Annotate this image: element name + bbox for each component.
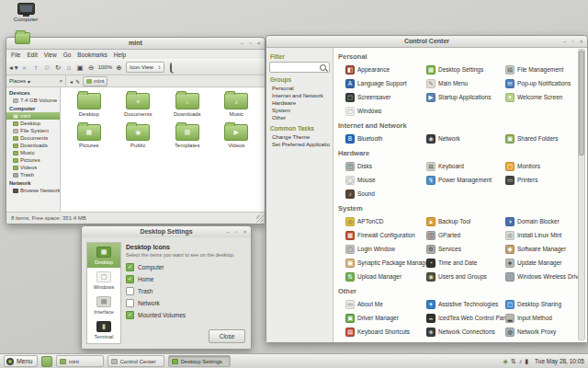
cc-group-personal[interactable]: Personal xyxy=(269,85,330,92)
cc-item-bluetooth[interactable]: BBluetooth xyxy=(345,132,426,145)
sidebar-item-trash[interactable]: Trash xyxy=(6,171,60,178)
cc-item-install-linux-mint[interactable]: ◎Install Linux Mint xyxy=(505,228,578,242)
edit-location-button[interactable]: ✎ xyxy=(75,78,80,85)
sidebar-item-pictures[interactable]: Pictures xyxy=(6,156,60,164)
cc-item-backup-tool[interactable]: ▲Backup Tool xyxy=(426,214,505,228)
cc-item-time-and-date[interactable]: ◔Time and Date xyxy=(426,256,505,270)
cc-item-network-connections[interactable]: ◈Network Connections xyxy=(426,325,505,339)
cc-item-power-management[interactable]: ↯Power Management xyxy=(426,173,505,187)
menu-help[interactable]: Help xyxy=(114,52,126,58)
show-desktop-button[interactable] xyxy=(41,356,52,367)
update-shield-tray-icon[interactable]: ◈ xyxy=(503,357,507,366)
cc-item-desktop-sharing[interactable]: ▢Desktop Sharing xyxy=(505,297,578,311)
checkbox-mounted-volumes[interactable]: ✓ xyxy=(126,311,134,319)
home-button[interactable]: ⌂ xyxy=(65,63,74,73)
sidebar-item-videos[interactable]: Videos xyxy=(6,164,60,171)
menu-view[interactable]: View xyxy=(44,52,57,58)
resize-grip[interactable] xyxy=(256,215,264,223)
checkbox-home[interactable]: ✓ xyxy=(126,275,134,283)
close-button[interactable]: × xyxy=(242,229,248,236)
cc-item-network[interactable]: ◉Network xyxy=(426,132,505,145)
sidebar-item-mint[interactable]: mint xyxy=(6,112,60,120)
path-back-button[interactable]: ◂ xyxy=(70,78,73,85)
cc-item-disks[interactable]: ◫Disks xyxy=(345,159,426,173)
back-button[interactable]: ◂ ▾ xyxy=(9,63,18,73)
cc-item-network-proxy[interactable]: ◍Network Proxy xyxy=(505,325,578,339)
desktop-icon-home[interactable] xyxy=(15,32,30,44)
cc-item-main-menu[interactable]: ✎Main Menu xyxy=(426,76,505,90)
close-button[interactable]: × xyxy=(578,39,584,45)
clock[interactable]: Tue May 28, 10:05 xyxy=(535,358,584,364)
cc-item-file-management[interactable]: ▤File Management xyxy=(505,63,578,76)
fm-content-area[interactable]: Desktop≡Documents↓Downloads♪Music▦Pictur… xyxy=(61,87,265,212)
close-button[interactable]: × xyxy=(255,40,262,47)
cc-item-input-method[interactable]: ▂Input Method xyxy=(505,311,578,325)
desktop-icon-computer[interactable]: Computer xyxy=(8,3,43,22)
cc-item-upload-manager[interactable]: ⇅Upload Manager xyxy=(345,270,426,283)
cc-item-driver-manager[interactable]: ▣Driver Manager xyxy=(345,311,426,325)
folder-music[interactable]: ♪Music xyxy=(212,93,262,117)
sidebar-item-music[interactable]: Music xyxy=(6,149,60,156)
cc-item-monitors[interactable]: ▢Monitors xyxy=(505,159,578,173)
folder-public[interactable]: ◉Public xyxy=(114,124,164,148)
fm-sidebar-header[interactable]: Places ▾ × xyxy=(6,75,66,86)
cc-item-startup-applications[interactable]: ▶Startup Applications xyxy=(426,90,505,104)
close-sidebar-button[interactable]: × xyxy=(59,78,62,84)
computer-button[interactable]: ▣ xyxy=(76,63,85,73)
path-segment-home[interactable]: mint xyxy=(83,76,107,86)
battery-tray-icon[interactable]: ▮ xyxy=(525,357,528,366)
taskbar-button-control-center[interactable]: Control Center xyxy=(107,355,164,367)
folder-pictures[interactable]: ▦Pictures xyxy=(64,124,114,148)
cc-item-windows[interactable]: ▢Windows xyxy=(345,104,426,118)
cc-item-update-manager[interactable]: ◈Update Manager xyxy=(505,256,578,270)
checkbox-network[interactable] xyxy=(126,299,134,307)
cc-item-desktop-settings[interactable]: ▦Desktop Settings xyxy=(426,63,505,76)
folder-documents[interactable]: ≡Documents xyxy=(114,93,164,117)
ds-nav-desktop[interactable]: ▦Desktop xyxy=(87,243,120,268)
sidebar-item-file-system[interactable]: File System xyxy=(6,127,60,134)
cc-item-domain-blocker[interactable]: ◑Domain Blocker xyxy=(505,214,578,228)
cc-item-screensaver[interactable]: ▢Screensaver xyxy=(345,90,426,104)
view-select[interactable]: Icon View ↕ xyxy=(126,62,164,73)
sidebar-item-desktop[interactable]: Desktop xyxy=(6,120,60,127)
cc-item-login-window[interactable]: ▢Login Window xyxy=(345,242,426,256)
stop-button[interactable]: ⊘ xyxy=(43,63,51,73)
minimize-button[interactable]: – xyxy=(225,229,232,236)
cc-item-about-me[interactable]: ▭About Me xyxy=(345,297,426,311)
cc-item-sound[interactable]: ♪Sound xyxy=(345,187,426,201)
cc-group-hardware[interactable]: Hardware xyxy=(269,99,330,107)
menu-go[interactable]: Go xyxy=(63,52,72,58)
cc-item-shared-folders[interactable]: ▣Shared Folders xyxy=(505,132,578,145)
ds-nav-interface[interactable]: ▤Interface xyxy=(87,293,120,317)
cc-item-language-support[interactable]: ALanguage Support xyxy=(345,76,426,90)
ds-nav-windows[interactable]: ▢Windows xyxy=(87,268,120,293)
folder-downloads[interactable]: ↓Downloads xyxy=(163,93,212,117)
checkbox-trash[interactable] xyxy=(126,287,134,295)
cc-item-synaptic-package-manager[interactable]: ▣Synaptic Package Manager xyxy=(345,256,426,270)
cc-item-keyboard[interactable]: ▤Keyboard xyxy=(426,159,505,173)
reload-button[interactable]: ↻ xyxy=(54,63,62,73)
scrollbar[interactable] xyxy=(578,49,585,340)
search-button[interactable] xyxy=(167,63,175,73)
cc-item-software-manager[interactable]: ◆Software Manager xyxy=(505,242,578,256)
cc-item-assistive-technologies[interactable]: ✦Assistive Technologies xyxy=(426,297,505,311)
cc-group-other[interactable]: Other xyxy=(269,114,330,121)
zoom-out-button[interactable]: ⊖ xyxy=(87,63,96,73)
menu-file[interactable]: File xyxy=(11,52,20,58)
cc-group-internet-and-network[interactable]: Internet and Network xyxy=(269,92,330,99)
zoom-in-button[interactable]: ⊕ xyxy=(115,63,123,73)
maximize-button[interactable]: ▫ xyxy=(233,229,240,236)
fm-titlebar[interactable]: mint –▫× xyxy=(6,38,265,50)
cc-item-users-and-groups[interactable]: ◉Users and Groups xyxy=(426,270,505,283)
cc-item-printers[interactable]: ▭Printers xyxy=(505,173,578,187)
up-button[interactable]: ↑ xyxy=(32,63,40,73)
scrollbar-thumb[interactable] xyxy=(579,51,584,155)
checkbox-computer[interactable]: ✓ xyxy=(126,263,134,271)
menu-edit[interactable]: Edit xyxy=(27,52,37,58)
maximize-button[interactable]: ▫ xyxy=(570,39,576,45)
minimize-button[interactable]: – xyxy=(239,40,245,47)
cc-item-gparted[interactable]: ◫GParted xyxy=(426,228,505,242)
cc-item-pop-up-notifications[interactable]: ✉Pop-up Notifications xyxy=(505,76,578,90)
cc-item-windows-wireless-drivers[interactable]: ◌Windows Wireless Drivers xyxy=(505,270,578,283)
ds-nav-terminal[interactable]: ▮Terminal xyxy=(87,317,120,342)
